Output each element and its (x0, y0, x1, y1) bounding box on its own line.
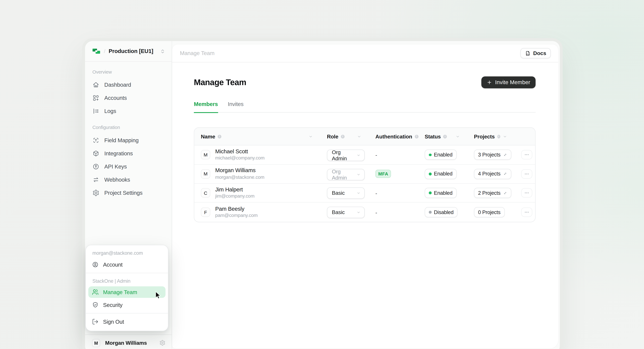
row-actions-button[interactable] (521, 208, 532, 217)
info-icon[interactable]: i (497, 135, 500, 138)
info-icon[interactable]: i (415, 135, 418, 138)
avatar: F (201, 208, 210, 217)
plus-icon (487, 80, 492, 85)
table-header-row: Name i Role i Authentication i (194, 128, 535, 146)
sidebar-item-webhooks[interactable]: Webhooks (89, 173, 168, 186)
sidebar-item-api-keys[interactable]: API Keys (89, 160, 168, 173)
sidebar-item-logs[interactable]: Logs (89, 104, 168, 118)
row-actions-button[interactable] (521, 150, 532, 160)
role-select[interactable]: Org Admin (327, 150, 365, 161)
sidebar-item-integrations[interactable]: Integrations (89, 147, 168, 160)
manage-team-content: Manage Team Invite Member Members Invite… (172, 62, 558, 222)
tab-members[interactable]: Members (194, 101, 218, 113)
projects-chip[interactable]: 4 Projects (474, 169, 511, 179)
column-header-status: Status i (425, 133, 474, 140)
menu-item-account[interactable]: Account (88, 259, 166, 270)
role-select[interactable]: Basic (327, 187, 365, 199)
sort-chevron-icon[interactable] (308, 134, 313, 139)
member-name-cell: F Pam Beesly pam@company.com (194, 206, 327, 219)
column-label: Role (327, 133, 338, 140)
avatar: M (201, 169, 210, 178)
sidebar-user-bar[interactable]: M Morgan Williams (85, 334, 172, 349)
column-header-name: Name i (194, 133, 327, 140)
status-value: Enabled (434, 152, 452, 158)
sidebar-item-dashboard[interactable]: Dashboard (89, 78, 168, 91)
member-email: michael@company.com (215, 155, 264, 161)
member-name: Jim Halpert (215, 186, 254, 193)
status-dot (429, 192, 432, 194)
info-icon[interactable]: i (218, 135, 221, 138)
cube-icon (92, 150, 99, 157)
sidebar-item-field-mapping[interactable]: Field Mapping (89, 134, 168, 147)
user-circle-icon (92, 261, 99, 268)
invite-member-button[interactable]: Invite Member (482, 76, 536, 88)
projects-value: 2 Projects (478, 190, 500, 196)
column-label: Name (201, 133, 215, 140)
info-icon[interactable]: i (443, 135, 447, 138)
row-actions-button[interactable] (521, 169, 532, 178)
sidebar-item-label: Field Mapping (104, 137, 139, 143)
member-name-cell: M Michael Scott michael@company.com (194, 148, 327, 161)
breadcrumb-project: Production [EU1] (109, 48, 153, 54)
member-name: Michael Scott (215, 148, 264, 155)
member-email: jim@company.com (215, 193, 254, 200)
status-badge: Enabled (425, 169, 456, 179)
menu-item-security[interactable]: Security (88, 299, 166, 311)
sidebar-item-accounts[interactable]: Accounts (89, 91, 168, 104)
column-label: Status (425, 133, 441, 140)
auth-value: - (376, 209, 377, 216)
tab-bar: Members Invites (194, 101, 536, 113)
sidebar-item-label: Accounts (104, 95, 127, 101)
gear-icon[interactable] (160, 340, 166, 346)
sort-chevron-icon[interactable] (357, 134, 362, 139)
role-select[interactable]: Org Admin (327, 169, 365, 180)
main-topbar: Manage Team Docs (172, 44, 558, 62)
sign-out-icon (92, 318, 99, 325)
sidebar-item-label: Dashboard (104, 82, 131, 88)
menu-item-manage-team[interactable]: Manage Team (88, 286, 166, 298)
docs-button-label: Docs (533, 50, 546, 56)
sidebar-item-label: Project Settings (104, 190, 142, 196)
project-switcher[interactable]: / Production [EU1] (85, 41, 172, 62)
projects-chip[interactable]: 3 Projects (474, 150, 511, 160)
sidebar-item-label: Webhooks (104, 176, 130, 182)
projects-value: 4 Projects (478, 171, 500, 177)
info-icon[interactable]: i (341, 135, 344, 138)
projects-chip[interactable]: 2 Projects (474, 188, 511, 198)
docs-button[interactable]: Docs (520, 48, 551, 58)
users-icon (92, 289, 99, 296)
status-dot (429, 172, 432, 175)
sort-chevron-icon[interactable] (456, 134, 460, 139)
role-value: Org Admin (332, 149, 356, 162)
sort-chevron-icon[interactable] (503, 134, 507, 139)
chevron-down-icon (356, 172, 360, 176)
menu-divider (86, 273, 168, 273)
breadcrumb-separator: / (104, 48, 105, 54)
mfa-badge: MFA (376, 170, 391, 178)
tab-invites[interactable]: Invites (228, 101, 244, 113)
status-value: Enabled (434, 190, 452, 196)
auth-value: - (376, 152, 377, 158)
key-circle-icon (92, 163, 99, 170)
chevron-up-down-icon[interactable] (160, 48, 166, 54)
column-header-role: Role i (327, 133, 375, 140)
menu-item-label: Manage Team (103, 289, 137, 295)
row-actions-button[interactable] (521, 188, 532, 198)
column-label: Authentication (376, 133, 412, 140)
expand-icon (503, 172, 507, 176)
status-value: Enabled (434, 171, 452, 177)
column-header-projects: Projects i (474, 133, 521, 140)
sidebar-item-label: Integrations (104, 150, 133, 156)
account-menu-org-label: StackOne | Admin (86, 276, 168, 286)
table-row: C Jim Halpert jim@company.com Basic -- E… (194, 184, 535, 203)
nav-section-label-configuration: Configuration (89, 122, 168, 134)
projects-value: 3 Projects (478, 152, 500, 158)
gear-icon (92, 189, 99, 196)
role-select[interactable]: Basic (327, 206, 365, 218)
sidebar-item-label: Logs (104, 108, 116, 114)
projects-chip[interactable]: 0 Projects (474, 207, 505, 217)
menu-item-sign-out[interactable]: Sign Out (88, 316, 166, 328)
sidebar-user-name: Morgan Williams (105, 340, 147, 346)
sidebar-item-project-settings[interactable]: Project Settings (89, 186, 168, 199)
chevron-down-icon (356, 191, 360, 195)
